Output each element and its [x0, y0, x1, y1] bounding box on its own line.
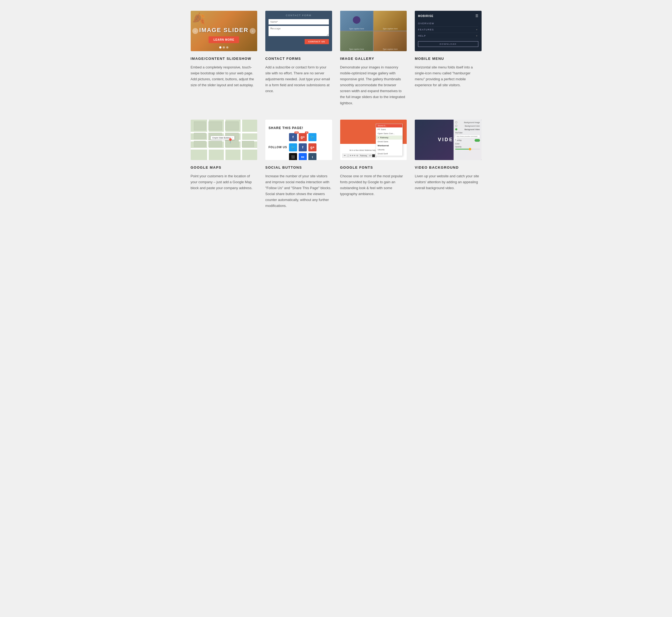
gallery-caption-2: Type caption here: [383, 28, 398, 30]
gallery-cell-1[interactable]: Type caption here: [340, 11, 373, 31]
setting-youtube: YouTube: [455, 132, 480, 134]
social-preview: SHARE THIS PAGE! f 192 g+ 47 🐦: [265, 120, 332, 160]
mobile-logo: MOBIRISE: [418, 15, 433, 17]
mobile-menu-item-help[interactable]: HELP ▼: [418, 33, 478, 39]
overlay-toggle[interactable]: [475, 139, 480, 142]
opacity-slider[interactable]: [455, 149, 480, 150]
feature-card-video-background: VIDEO Background Image Background Color …: [415, 120, 482, 209]
facebook-follow-icon: f: [302, 145, 303, 149]
map-block-5: [194, 141, 206, 147]
contact-name-input[interactable]: [268, 19, 329, 24]
gallery-cell-2[interactable]: Type caption here: [374, 11, 407, 31]
video-preview-label: VIDEO: [438, 137, 458, 143]
social-share-row: SHARE THIS PAGE!: [268, 126, 329, 130]
slider-dot-3[interactable]: [226, 46, 228, 48]
card-desc-contact-forms: Add a subscribe or contact form to your …: [265, 64, 332, 94]
github-btn[interactable]: ⬛: [289, 153, 297, 160]
card-title-google-maps: GOOGLE MAPS: [191, 165, 257, 170]
card-title-mobile-menu: MOBILE MENU: [415, 56, 482, 61]
map-block-6: [208, 141, 222, 147]
slider-dot-1[interactable]: [219, 46, 221, 48]
slider-prev-arrow[interactable]: ‹: [192, 28, 198, 34]
feature-card-google-fonts: Source S... PT Sans Open Sans Con... ✓ R…: [340, 120, 407, 209]
opacity-slider-thumb[interactable]: [469, 148, 471, 150]
mobile-download-btn[interactable]: DOWNLOAD: [418, 41, 478, 47]
toolbar-icon-6: ⊙: [356, 154, 358, 157]
slider-preview-title: IMAGE SLIDER: [199, 27, 249, 34]
slider-leaves-decoration: 🍂: [192, 12, 206, 25]
follow-label: FOLLOW US: [268, 146, 287, 149]
facebook-follow-btn[interactable]: f: [299, 143, 307, 152]
facebook-share-btn[interactable]: f 192: [289, 133, 297, 141]
contact-form-preview-title: CONTACT FORM: [268, 14, 329, 17]
radio-dot-bg-video[interactable]: [455, 128, 457, 131]
map-block-4: [194, 133, 206, 139]
feature-card-image-slider: 🍂 IMAGE SLIDER LEARN MORE ‹ › IMAGE/CONT…: [191, 11, 257, 106]
googleplus-follow-btn[interactable]: g+: [308, 143, 316, 152]
twitter-icon: 🐦: [310, 135, 314, 139]
gallery-cell-3[interactable]: Type caption here: [340, 31, 373, 51]
googleplus-share-btn[interactable]: g+ 47: [299, 133, 307, 141]
mobile-header: MOBIRISE ☰: [418, 14, 478, 18]
map-road-v3: [240, 120, 242, 160]
setting-color: Color: [455, 143, 480, 145]
behance-btn[interactable]: Bē: [299, 153, 307, 160]
fonts-item-open-sans[interactable]: Open Sans Con...: [376, 132, 402, 136]
slider-next-arrow[interactable]: ›: [250, 28, 256, 34]
card-title-video-background: VIDEO BACKGROUND: [415, 165, 482, 170]
setting-opacity: Opacity: [455, 146, 480, 148]
opacity-slider-fill: [455, 149, 470, 150]
bg-image-label: Background Image: [464, 122, 480, 124]
tumblr-btn[interactable]: t: [308, 153, 316, 160]
setting-overlay: Overlay: [455, 139, 480, 142]
gallery-caption-3: Type caption here: [349, 48, 364, 50]
hamburger-icon[interactable]: ☰: [475, 14, 478, 18]
page-wrapper: 🍂 IMAGE SLIDER LEARN MORE ‹ › IMAGE/CONT…: [185, 0, 487, 233]
mobile-menu-item-overview[interactable]: OVERVIEW: [418, 20, 478, 27]
mobile-menu-label-help: HELP: [418, 34, 426, 37]
twitter-follow-btn[interactable]: 🐦: [289, 143, 297, 152]
twitter-follow-icon: 🐦: [291, 145, 295, 149]
setting-bg-color: Background Color: [455, 125, 480, 127]
opacity-label: Opacity: [455, 146, 462, 148]
setting-bg-video: Background Video: [455, 128, 480, 131]
fonts-item-montserrat[interactable]: Montserrat: [376, 144, 402, 148]
toolbar-icon-5: ≡: [354, 154, 356, 157]
gallery-cell-4[interactable]: Type caption here: [374, 31, 407, 51]
fonts-preview: Source S... PT Sans Open Sans Con... ✓ R…: [340, 120, 407, 160]
feature-card-google-maps: Empire State Building 📍 GOOGLE MAPS Poin…: [191, 120, 257, 209]
fonts-item-raleway[interactable]: ✓ Raleway: [376, 136, 402, 140]
facebook-counter: 192: [294, 132, 299, 134]
feature-grid-row-2: Empire State Building 📍 GOOGLE MAPS Poin…: [191, 120, 482, 209]
slider-dot-2[interactable]: [223, 46, 225, 48]
card-desc-google-maps: Point your customers in the location of …: [191, 173, 257, 191]
map-block-2: [208, 122, 222, 131]
fonts-item-pt-sans[interactable]: PT Sans: [376, 128, 402, 132]
googleplus-follow-icon: g+: [310, 145, 314, 149]
gallery-caption-4: Type caption here: [383, 48, 398, 50]
twitter-share-btn[interactable]: 🐦: [308, 133, 316, 141]
contact-submit-btn[interactable]: CONTACT US: [305, 39, 329, 44]
contact-message-input[interactable]: [268, 26, 329, 36]
radio-dot-bg-image[interactable]: [455, 121, 457, 124]
fonts-item-droid-sans[interactable]: Droid Sans: [376, 140, 402, 144]
social-share-title: SHARE THIS PAGE!: [268, 126, 303, 130]
fonts-dropdown[interactable]: Source S... PT Sans Open Sans Con... ✓ R…: [376, 124, 403, 156]
fonts-item-droid-serif[interactable]: Droid Serif: [376, 152, 402, 156]
github-icon: ⬛: [291, 155, 295, 159]
toolbar-font-name: Raleway: [359, 154, 369, 157]
slider-learn-more-btn[interactable]: LEARN MORE: [209, 36, 239, 43]
tumblr-icon: t: [312, 156, 313, 159]
feature-card-social-buttons: SHARE THIS PAGE! f 192 g+ 47 🐦: [265, 120, 332, 209]
toolbar-icon-3: ≡: [350, 154, 352, 157]
card-desc-image-gallery: Demonstrate your images in masonry mobil…: [340, 64, 407, 106]
fonts-toolbar: ✏ ⬜ ≡ ≡ ≡ ⊙ Raleway 17: [342, 154, 377, 158]
youtube-url-input[interactable]: [455, 135, 480, 138]
googleplus-icon: g+: [300, 135, 305, 139]
radio-dot-bg-color[interactable]: [455, 125, 457, 127]
radio-bg-color: [455, 125, 458, 127]
features-arrow-icon: ▼: [476, 29, 478, 31]
mobile-menu-item-features[interactable]: FEATURES ▼: [418, 27, 478, 33]
feature-card-image-gallery: Type caption here Type caption here Type…: [340, 11, 407, 106]
fonts-item-ubuntu[interactable]: Ubuntu: [376, 148, 402, 152]
